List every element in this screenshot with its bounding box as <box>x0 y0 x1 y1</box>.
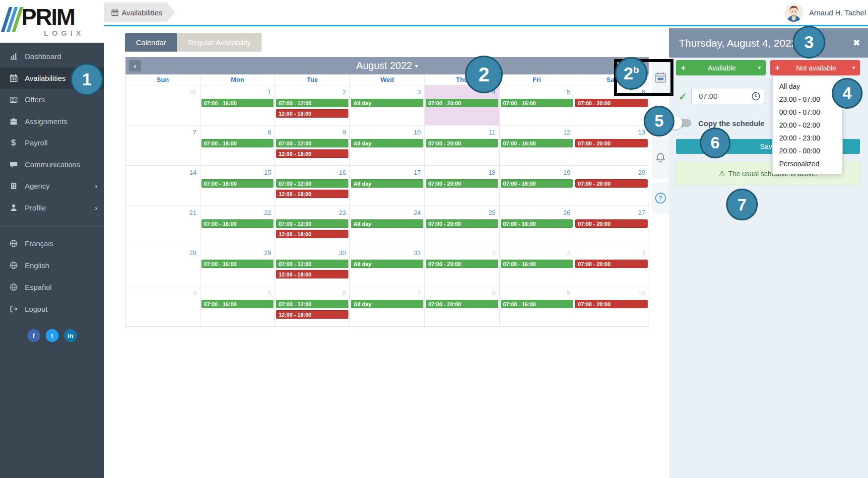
availability-event[interactable]: 07:00 - 20:00 <box>426 300 498 308</box>
calendar-day-cell[interactable]: 31 <box>126 85 200 126</box>
sidebar-item-communications[interactable]: Communications <box>0 154 104 176</box>
calendar-day-cell[interactable]: 17All day <box>350 166 425 206</box>
calendar-day-cell[interactable]: 3All day <box>350 85 425 126</box>
unavailability-event[interactable]: 12:00 - 18:00 <box>276 109 348 118</box>
breadcrumb[interactable]: Availabilities <box>104 2 175 22</box>
calendar-day-cell[interactable]: 507:00 - 16:00 <box>200 286 275 327</box>
sidebar-item-fran-ais[interactable]: Français <box>0 232 104 254</box>
unavailability-event[interactable]: 12:00 - 18:00 <box>276 270 348 278</box>
availability-event[interactable]: 07:00 - 12:00 <box>276 179 348 188</box>
availability-event[interactable]: All day <box>351 139 423 147</box>
availability-event[interactable]: 07:00 - 12:00 <box>276 139 348 147</box>
availability-event[interactable]: 07:00 - 16:00 <box>201 99 274 107</box>
clock-icon[interactable] <box>751 92 760 101</box>
availability-event[interactable]: 07:00 - 16:00 <box>201 300 274 308</box>
availability-event[interactable]: All day <box>351 300 423 308</box>
calendar-day-cell[interactable]: 4 <box>126 286 200 327</box>
unavailability-event[interactable]: 12:00 - 18:00 <box>276 310 348 319</box>
calendar-day-cell[interactable]: 107:00 - 20:00 <box>425 246 500 286</box>
add-not-available-button[interactable]: + Not available ▾ <box>770 60 860 75</box>
unavailability-event[interactable]: 07:00 - 20:00 <box>575 219 648 228</box>
unavailability-event[interactable]: 07:00 - 20:00 <box>575 260 648 268</box>
availability-event[interactable]: 07:00 - 12:00 <box>276 260 348 268</box>
availability-event[interactable]: 07:00 - 12:00 <box>276 219 348 228</box>
calendar-day-cell[interactable]: 21 <box>126 206 200 246</box>
availability-event[interactable]: 07:00 - 16:00 <box>501 139 573 147</box>
calendar-day-cell[interactable]: 207:00 - 12:0012:00 - 18:00 <box>275 85 350 126</box>
calendar-day-cell[interactable]: 3007:00 - 12:0012:00 - 18:00 <box>275 246 350 286</box>
dropdown-item-20-00-02-00[interactable]: 20:00 - 02:00 <box>773 119 842 132</box>
linkedin-icon[interactable]: in <box>64 329 77 342</box>
tab-calendar[interactable]: Calendar <box>125 33 177 52</box>
month-title[interactable]: August 2022 <box>356 60 412 71</box>
help-toggle[interactable]: ? <box>652 182 669 213</box>
calendar-day-cell[interactable]: 1507:00 - 16:00 <box>200 166 275 206</box>
calendar-day-cell[interactable]: 2607:00 - 16:00 <box>500 206 575 246</box>
calendar-day-cell[interactable]: 1107:00 - 20:00 <box>425 126 500 166</box>
calendar-day-cell[interactable]: 207:00 - 16:00 <box>500 246 575 286</box>
availability-event[interactable]: 07:00 - 16:00 <box>201 219 274 228</box>
calendar-day-cell[interactable]: 1607:00 - 12:0012:00 - 18:00 <box>275 166 350 206</box>
sidebar-item-english[interactable]: English <box>0 254 104 276</box>
unavailability-event[interactable]: 07:00 - 20:00 <box>575 179 648 188</box>
availability-event[interactable]: 07:00 - 20:00 <box>426 179 498 188</box>
availability-event[interactable]: All day <box>351 179 423 188</box>
calendar-day-cell[interactable]: 1907:00 - 16:00 <box>500 166 575 206</box>
sidebar-item-payroll[interactable]: $Payroll <box>0 132 104 154</box>
availability-event[interactable]: All day <box>351 260 423 268</box>
calendar-day-cell[interactable]: 807:00 - 16:00 <box>200 126 275 166</box>
calendar-day-cell[interactable]: 24All day <box>350 206 425 246</box>
calendar-day-cell[interactable]: 107:00 - 16:00 <box>200 85 275 126</box>
unavailability-event[interactable]: 12:00 - 18:00 <box>276 190 348 198</box>
calendar-day-cell[interactable]: 907:00 - 16:00 <box>500 286 575 327</box>
calendar-day-cell[interactable]: 2007:00 - 20:00 <box>574 166 649 206</box>
calendar-day-cell[interactable]: 14 <box>126 166 200 206</box>
unavailability-event[interactable]: 07:00 - 20:00 <box>575 99 648 107</box>
add-available-button[interactable]: + Available ▾ <box>676 60 766 75</box>
calendar-day-cell[interactable]: 1207:00 - 16:00 <box>500 126 575 166</box>
availability-event[interactable]: All day <box>351 219 423 228</box>
user-menu[interactable]: Arnaud H. Tachel <box>785 2 866 23</box>
sidebar-item-assignments[interactable]: Assignments <box>0 111 104 133</box>
dropdown-item-20-00-23-00[interactable]: 20:00 - 23:00 <box>773 132 842 144</box>
availability-event[interactable]: 07:00 - 16:00 <box>501 300 573 308</box>
calendar-day-cell[interactable]: 507:00 - 16:00 <box>500 85 575 126</box>
calendar-day-cell[interactable]: 7 <box>126 126 200 166</box>
twitter-icon[interactable]: t <box>46 329 59 342</box>
unavailability-event[interactable]: 12:00 - 18:00 <box>276 149 348 158</box>
availability-event[interactable]: 07:00 - 16:00 <box>501 219 573 228</box>
sidebar-item-espa-ol[interactable]: Español <box>0 276 104 298</box>
dropdown-item-00-00-07-00[interactable]: 00:00 - 07:00 <box>773 106 842 119</box>
notifications-toggle[interactable] <box>652 137 669 179</box>
calendar-day-cell[interactable]: 907:00 - 12:0012:00 - 18:00 <box>275 126 350 166</box>
unavailability-event[interactable]: 07:00 - 20:00 <box>575 300 648 308</box>
app-logo[interactable]: PRIM LOGIX <box>0 0 104 43</box>
availability-event[interactable]: 07:00 - 20:00 <box>426 99 498 107</box>
availability-event[interactable]: 07:00 - 16:00 <box>501 179 573 188</box>
calendar-day-cell[interactable]: 31All day <box>350 246 425 286</box>
calendar-day-cell[interactable]: 28 <box>126 246 200 286</box>
availability-event[interactable]: 07:00 - 20:00 <box>426 139 498 147</box>
close-icon[interactable]: ✖ <box>853 38 860 48</box>
availability-event[interactable]: 07:00 - 16:00 <box>201 139 274 147</box>
calendar-day-cell[interactable]: 2907:00 - 16:00 <box>200 246 275 286</box>
availability-event[interactable]: 07:00 - 16:00 <box>501 99 573 107</box>
tab-regular-availability[interactable]: Regular Availability <box>177 33 262 52</box>
calendar-day-cell[interactable]: 307:00 - 20:00 <box>574 246 649 286</box>
availability-event[interactable]: 07:00 - 20:00 <box>426 260 498 268</box>
calendar-day-cell[interactable]: 1807:00 - 20:00 <box>425 166 500 206</box>
availability-event[interactable]: 07:00 - 12:00 <box>276 99 348 107</box>
calendar-day-cell[interactable]: 807:00 - 20:00 <box>425 286 500 327</box>
facebook-icon[interactable]: f <box>27 329 40 342</box>
sidebar-item-agency[interactable]: Agency› <box>0 175 104 197</box>
calendar-day-cell[interactable]: 2507:00 - 20:00 <box>425 206 500 246</box>
calendar-day-cell[interactable]: 2207:00 - 16:00 <box>200 206 275 246</box>
dropdown-item-personalized[interactable]: Personalized <box>773 157 842 170</box>
availability-event[interactable]: All day <box>351 99 423 107</box>
calendar-day-cell[interactable]: 7All day <box>350 286 425 327</box>
unavailability-event[interactable]: 07:00 - 20:00 <box>575 139 648 147</box>
dropdown-item-20-00-00-00[interactable]: 20:00 - 00:00 <box>773 144 842 157</box>
availability-event[interactable]: 07:00 - 12:00 <box>276 300 348 308</box>
calendar-day-cell[interactable]: 1307:00 - 20:00 <box>574 126 649 166</box>
calendar-day-cell[interactable]: 2707:00 - 20:00 <box>574 206 649 246</box>
